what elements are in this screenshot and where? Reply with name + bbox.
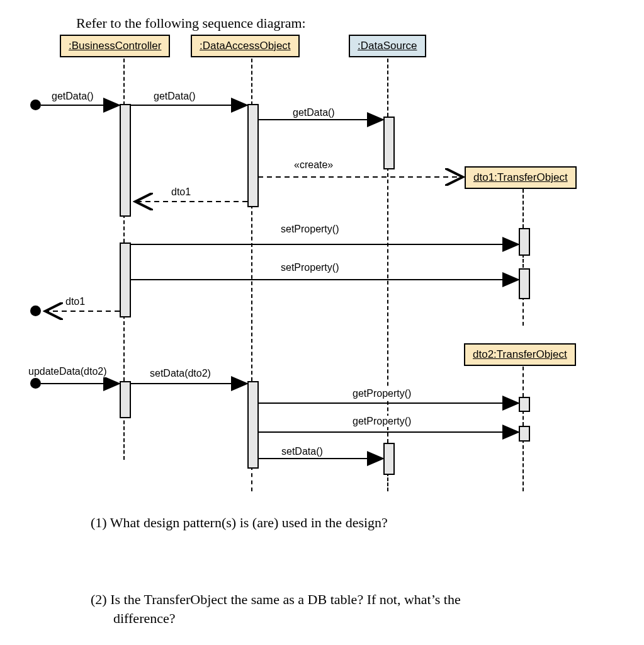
activation-dto1-2 <box>519 268 530 299</box>
msg-setdata-2: setData() <box>281 446 323 457</box>
msg-create: «create» <box>294 159 333 171</box>
question-1: (1) What design pattern(s) is (are) used… <box>91 513 388 532</box>
lifeline-dao-2 <box>251 205 252 381</box>
activation-dto1-1 <box>519 228 530 256</box>
lifeline-dto1-3 <box>523 296 524 326</box>
participant-data-access-object: :DataAccessObject <box>191 35 300 57</box>
lifeline-bc-4 <box>123 414 125 460</box>
participant-business-controller: :BusinessController <box>60 35 170 57</box>
lifeline-dao-1 <box>251 59 252 105</box>
msg-getdata-2: getData() <box>154 91 196 102</box>
msg-dto1-ret: dto1 <box>171 186 191 198</box>
start-dot-1 <box>30 100 41 110</box>
activation-dto2-2 <box>519 426 530 442</box>
start-dot-2 <box>30 378 41 389</box>
activation-dao-1 <box>247 104 259 207</box>
msg-getprop-1: getProperty() <box>353 388 411 399</box>
msg-setprop-2: setProperty() <box>281 262 339 273</box>
end-dot-1 <box>30 305 41 316</box>
arrow-overlay <box>0 0 644 645</box>
lifeline-dto2-3 <box>523 439 524 491</box>
activation-bc-1 <box>120 104 131 217</box>
diagram-canvas: Refer to the following sequence diagram:… <box>0 0 644 645</box>
lifeline-ds-2 <box>387 167 388 443</box>
participant-data-source: :DataSource <box>349 35 426 57</box>
activation-dto2-1 <box>519 397 530 412</box>
question-2a: (2) Is the TransferObject the same as a … <box>91 590 461 609</box>
msg-getprop-2: getProperty() <box>353 416 411 427</box>
lifeline-dto1-1 <box>523 189 524 228</box>
activation-bc-2 <box>120 243 131 317</box>
participant-dto2: dto2:TransferObject <box>464 343 576 366</box>
intro-text: Refer to the following sequence diagram: <box>76 15 306 31</box>
lifeline-dao-3 <box>251 466 252 491</box>
lifeline-bc-3 <box>123 315 125 381</box>
msg-getdata-3: getData() <box>293 107 335 118</box>
msg-setdata: setData(dto2) <box>150 368 211 379</box>
activation-ds-1 <box>383 117 395 169</box>
msg-updatedata: updateData(dto2) <box>28 366 107 377</box>
lifeline-bc-2 <box>123 214 125 243</box>
lifeline-dto2-1 <box>523 367 524 397</box>
msg-setprop-1: setProperty() <box>281 224 339 235</box>
lifeline-dto1-2 <box>523 254 524 268</box>
activation-bc-3 <box>120 381 131 418</box>
lifeline-bc-1 <box>123 59 125 105</box>
lifeline-dto2-2 <box>523 410 524 426</box>
activation-ds-2 <box>383 443 395 475</box>
msg-getdata-1: getData() <box>52 91 94 102</box>
lifeline-ds-1 <box>387 59 388 117</box>
msg-dto1-out: dto1 <box>65 296 85 307</box>
question-2b: difference? <box>113 609 176 628</box>
participant-dto1: dto1:TransferObject <box>465 166 577 189</box>
activation-dao-2 <box>247 381 259 469</box>
lifeline-ds-3 <box>387 472 388 491</box>
